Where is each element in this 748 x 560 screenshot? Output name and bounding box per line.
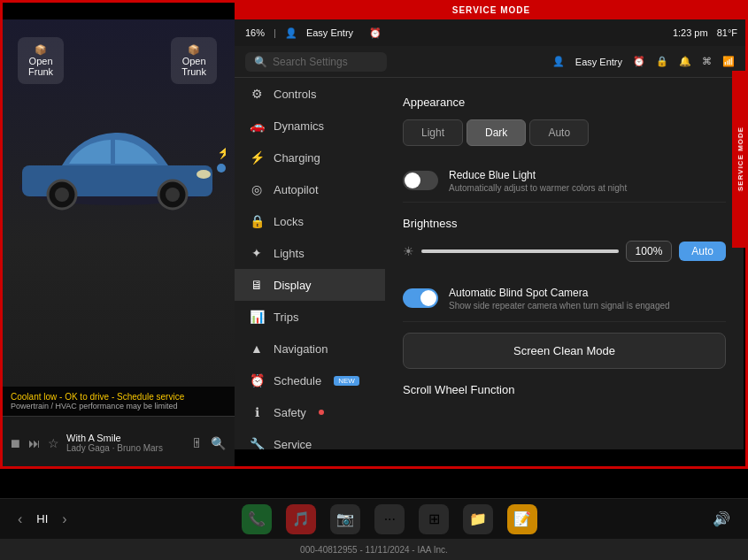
- search-box[interactable]: 🔍 Search Settings: [245, 52, 387, 72]
- alarm-icon: ⏰: [633, 56, 645, 67]
- brightness-section: Brightness ☀ 100% Auto: [403, 217, 726, 262]
- sidebar-item-safety[interactable]: ℹ Safety: [235, 396, 385, 428]
- sidebar-item-charging[interactable]: ⚡ Charging: [235, 142, 385, 173]
- star-button[interactable]: ☆: [48, 436, 59, 450]
- navigation-label: Navigation: [274, 342, 328, 356]
- car-panel: 📦 OpenFrunk 📦 OpenTrunk: [0, 19, 235, 469]
- brightness-value: 100%: [626, 241, 673, 262]
- brightness-auto-button[interactable]: Auto: [679, 242, 726, 261]
- frunk-icon: 📦: [28, 44, 53, 56]
- dynamics-label: Dynamics: [274, 119, 324, 133]
- sidebar-item-navigation[interactable]: ▲ Navigation: [235, 333, 385, 364]
- theme-light-button[interactable]: Light: [403, 119, 463, 146]
- brightness-low-icon: ☀: [403, 244, 414, 258]
- info-bar: 000-40812955 - 11/11/2024 - IAA Inc.: [0, 539, 748, 560]
- nav-right-button[interactable]: ›: [62, 511, 66, 527]
- camera-icon-button[interactable]: 📷: [330, 504, 360, 534]
- music-title: With A Smile: [66, 433, 184, 443]
- open-trunk-button[interactable]: 📦 OpenTrunk: [171, 37, 217, 84]
- folder-icon-button[interactable]: 📁: [463, 504, 493, 534]
- blind-spot-label: Automatic Blind Spot Camera: [449, 287, 670, 299]
- sidebar-item-lights[interactable]: ✦ Lights: [235, 237, 385, 269]
- brightness-title: Brightness: [403, 217, 726, 230]
- service-mode-vertical-bar: SERVICE MODE: [732, 71, 748, 248]
- sidebar-item-display[interactable]: 🖥 Display: [235, 269, 385, 301]
- blind-spot-toggle[interactable]: [403, 288, 438, 308]
- bluetooth-icon: ⌘: [702, 56, 712, 67]
- status-bar: 16% | 👤 Easy Entry ⏰ 1:23 pm 81°F: [235, 19, 748, 46]
- dynamics-icon: 🚗: [249, 119, 265, 133]
- main-content: Appearance Light Dark Auto Reduce Blue L…: [385, 78, 744, 449]
- theme-dark-button[interactable]: Dark: [467, 119, 526, 146]
- music-info: With A Smile Lady Gaga · Bruno Mars: [66, 433, 184, 453]
- screen-clean-button[interactable]: Screen Clean Mode: [403, 333, 726, 369]
- reduce-blue-light-row: Reduce Blue Light Automatically adjust t…: [403, 160, 726, 203]
- settings-sidebar: ⚙ Controls 🚗 Dynamics ⚡ Charging ◎ Autop…: [235, 78, 385, 449]
- schedule-new-badge: NEW: [334, 376, 359, 386]
- next-button[interactable]: ⏭: [28, 436, 41, 450]
- audio-settings-button[interactable]: 🎚: [191, 436, 204, 450]
- top-bar: 🔍 Search Settings 👤 Easy Entry ⏰ 🔒 🔔 ⌘ 📶: [235, 46, 745, 78]
- notification-subtext: Powertrain / HVAC performance may be lim…: [11, 402, 224, 410]
- svg-text:⚡: ⚡: [217, 145, 226, 160]
- reduce-blue-light-label: Reduce Blue Light: [449, 169, 627, 181]
- notes-icon-button[interactable]: 📝: [507, 504, 537, 534]
- open-frunk-button[interactable]: 📦 OpenFrunk: [18, 37, 64, 84]
- brightness-bar-fill: [421, 249, 619, 253]
- schedule-label: Schedule: [274, 374, 321, 387]
- play-pause-button[interactable]: ⏹: [9, 436, 21, 450]
- profile-name: Easy Entry: [306, 27, 353, 38]
- music-artist: Lady Gaga · Bruno Mars: [66, 443, 184, 453]
- volume-icon[interactable]: 🔊: [713, 510, 730, 527]
- sidebar-item-dynamics[interactable]: 🚗 Dynamics: [235, 110, 385, 142]
- sidebar-item-locks[interactable]: 🔒 Locks: [235, 205, 385, 237]
- theme-auto-button[interactable]: Auto: [529, 119, 589, 146]
- notification-bar: Coolant low - OK to drive - Schedule ser…: [0, 387, 235, 416]
- open-trunk-label: OpenTrunk: [181, 56, 206, 77]
- sidebar-item-autopilot[interactable]: ◎ Autopilot: [235, 173, 385, 205]
- blind-spot-camera-row: Automatic Blind Spot Camera Show side re…: [403, 276, 726, 322]
- charging-label: Charging: [274, 151, 320, 165]
- sidebar-item-controls[interactable]: ⚙ Controls: [235, 78, 385, 110]
- sidebar-item-schedule[interactable]: ⏰ Schedule NEW: [235, 364, 385, 396]
- svg-point-6: [197, 170, 211, 179]
- sidebar-item-trips[interactable]: 📊 Trips: [235, 301, 385, 333]
- notification-text: Coolant low - OK to drive - Schedule ser…: [11, 392, 224, 402]
- lights-label: Lights: [274, 247, 305, 260]
- battery-level: 16%: [245, 27, 265, 38]
- car-buttons: 📦 OpenFrunk 📦 OpenTrunk: [0, 19, 235, 84]
- safety-icon: ℹ: [249, 405, 265, 419]
- controls-icon: ⚙: [249, 87, 265, 101]
- person-icon: 👤: [285, 27, 297, 39]
- reduce-blue-light-info: Reduce Blue Light Automatically adjust t…: [449, 169, 627, 193]
- sidebar-item-service[interactable]: 🔧 Service: [235, 428, 385, 449]
- display-label: Display: [274, 279, 312, 292]
- system-bar: ‹ HI › 📞 🎵 📷 ··· ⊞ 📁 📝 🔊: [0, 498, 748, 539]
- apps-icon-button[interactable]: ⊞: [419, 504, 449, 534]
- navigation-icon: ▲: [249, 341, 265, 356]
- signal-icon: 📶: [722, 56, 735, 67]
- scroll-wheel-title: Scroll Wheel Function: [403, 383, 726, 396]
- car-image-area: ⚡: [9, 108, 226, 218]
- svg-point-5: [166, 188, 180, 202]
- lock-icon: 🔒: [656, 56, 668, 67]
- brightness-slider[interactable]: [421, 249, 619, 253]
- bell-icon: 🔔: [679, 56, 691, 67]
- lights-icon: ✦: [249, 246, 265, 260]
- nav-left-button[interactable]: ‹: [18, 511, 22, 527]
- open-frunk-label: OpenFrunk: [28, 56, 53, 77]
- more-icon-button[interactable]: ···: [374, 504, 405, 534]
- locks-label: Locks: [274, 215, 304, 228]
- music-bar: ⏹ ⏭ ☆ With A Smile Lady Gaga · Bruno Mar…: [0, 416, 235, 469]
- current-time: 1:23 pm: [673, 27, 708, 38]
- top-bar-icons: 👤 Easy Entry ⏰ 🔒 🔔 ⌘ 📶: [552, 56, 735, 67]
- media-icon-button[interactable]: 🎵: [286, 504, 316, 534]
- search-music-button[interactable]: 🔍: [211, 436, 226, 450]
- trunk-icon: 📦: [181, 44, 206, 56]
- svg-point-7: [217, 164, 226, 173]
- screen-frame: SERVICE MODE SERVICE MODE 16% | 👤 Easy E…: [0, 0, 748, 560]
- nav-hi-label: HI: [36, 512, 48, 525]
- service-mode-vertical-label: SERVICE MODE: [736, 127, 744, 191]
- reduce-blue-light-toggle[interactable]: [403, 171, 438, 190]
- phone-icon-button[interactable]: 📞: [242, 504, 272, 534]
